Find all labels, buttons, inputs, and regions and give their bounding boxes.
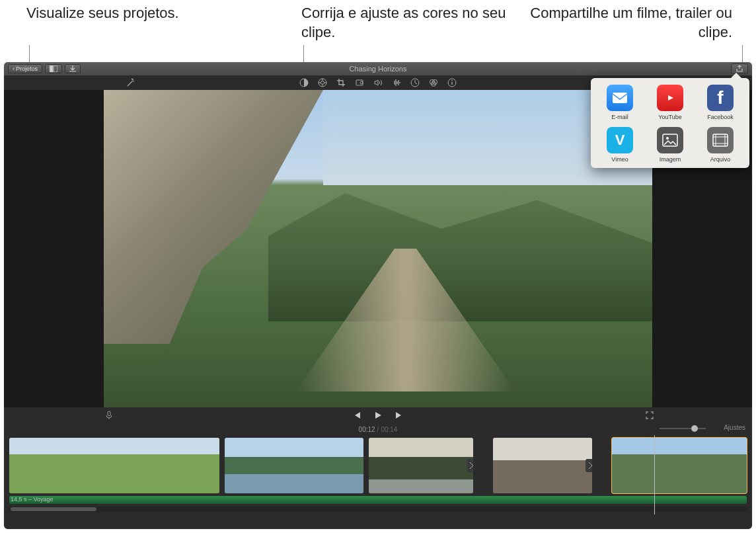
prev-frame-button[interactable]	[352, 411, 361, 420]
stabilize-icon[interactable]	[355, 78, 364, 87]
transport-bar	[4, 407, 752, 423]
timecode-current: 00:12	[359, 426, 375, 433]
transition-icon[interactable]	[467, 459, 473, 472]
titlebar: ‹ Projetos Chasing Horizons	[4, 62, 752, 75]
library-icon	[50, 65, 57, 72]
timeline-clip[interactable]	[493, 438, 592, 493]
share-label: Imagem	[660, 156, 681, 163]
crop-icon[interactable]	[336, 78, 346, 87]
callout-share: Compartilhe um filme, trailer ou clipe.	[514, 4, 732, 42]
callout-projects: Visualize seus projetos.	[26, 4, 179, 23]
filter-icon[interactable]	[429, 78, 438, 87]
import-button[interactable]	[65, 64, 81, 73]
audio-track[interactable]	[9, 496, 747, 504]
speed-icon[interactable]	[410, 78, 420, 87]
playhead[interactable]	[654, 435, 655, 514]
image-icon	[657, 127, 683, 153]
noise-reduction-icon[interactable]	[392, 78, 401, 87]
share-facebook[interactable]: f Facebook	[698, 85, 743, 120]
chevron-left-icon: ‹	[13, 65, 15, 72]
svg-rect-5	[356, 80, 363, 85]
timeline-clip[interactable]	[9, 438, 219, 493]
svg-rect-13	[108, 411, 110, 416]
transition-icon[interactable]	[586, 459, 592, 472]
timeline-clip[interactable]	[369, 438, 473, 493]
callout-line	[742, 45, 743, 63]
volume-icon[interactable]	[373, 78, 383, 87]
back-label: Projetos	[16, 65, 38, 72]
timeline-clip-selected[interactable]	[612, 438, 747, 493]
timecode-row: 00:12 / 00:14 Ajustes	[4, 423, 752, 435]
timeline-scrollbar[interactable]	[9, 507, 747, 512]
fullscreen-icon[interactable]	[645, 411, 654, 420]
timecode-sep: /	[375, 426, 381, 433]
voiceover-icon[interactable]	[104, 411, 114, 420]
timeline-footer-label: 14,5 s – Voyage	[11, 496, 54, 503]
imovie-window: ‹ Projetos Chasing Horizons	[4, 62, 752, 529]
color-balance-icon[interactable]	[299, 78, 309, 87]
share-image[interactable]: Imagem	[648, 127, 693, 163]
back-to-projects-button[interactable]: ‹ Projetos	[8, 64, 42, 73]
share-file[interactable]: Arquivo	[698, 127, 743, 163]
share-vimeo[interactable]: V Vimeo	[597, 127, 642, 163]
share-label: Vimeo	[611, 156, 628, 163]
timeline-clip[interactable]	[225, 438, 363, 493]
callout-color: Corrija e ajuste as cores no seu clipe.	[301, 4, 506, 42]
facebook-icon: f	[707, 85, 734, 111]
play-button[interactable]	[373, 411, 383, 420]
project-title: Chasing Horizons	[350, 65, 407, 73]
share-label: Arquivo	[710, 156, 731, 163]
svg-point-4	[321, 81, 324, 85]
svg-rect-1	[54, 65, 57, 72]
callout-line	[29, 45, 30, 63]
zoom-knob[interactable]	[691, 425, 698, 432]
video-frame[interactable]	[104, 90, 652, 407]
file-icon	[707, 127, 734, 153]
share-popover: E-mail YouTube f Facebook V Vimeo	[591, 78, 749, 168]
share-label: E-mail	[611, 114, 628, 120]
library-toggle-button[interactable]	[45, 64, 62, 73]
svg-rect-0	[50, 65, 53, 72]
share-youtube[interactable]: YouTube	[648, 85, 693, 120]
share-email[interactable]: E-mail	[597, 85, 642, 120]
color-wheel-icon[interactable]	[318, 78, 327, 87]
magic-wand-icon[interactable]	[126, 77, 136, 88]
svg-point-6	[360, 81, 363, 84]
svg-rect-17	[713, 134, 728, 146]
svg-rect-14	[613, 93, 627, 103]
timecode-total: 00:14	[381, 426, 397, 433]
scrollbar-thumb[interactable]	[11, 507, 96, 511]
share-label: Facebook	[707, 114, 734, 120]
share-icon	[736, 65, 743, 73]
email-icon	[607, 85, 633, 111]
vimeo-icon: V	[607, 127, 633, 153]
info-icon[interactable]	[447, 78, 457, 87]
download-arrow-icon	[69, 65, 76, 72]
timeline[interactable]: 14,5 s – Voyage	[4, 435, 752, 514]
svg-point-16	[666, 137, 669, 140]
zoom-slider[interactable]	[660, 425, 706, 432]
share-label: YouTube	[658, 114, 681, 120]
next-frame-button[interactable]	[395, 411, 404, 420]
svg-point-12	[451, 80, 453, 81]
settings-link[interactable]: Ajustes	[724, 424, 745, 431]
youtube-icon	[657, 85, 683, 111]
clip-row	[9, 438, 747, 493]
